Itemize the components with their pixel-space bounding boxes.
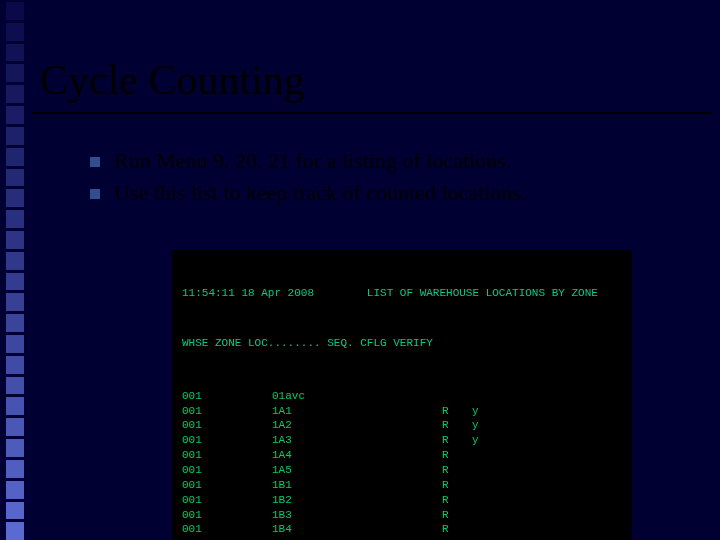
cell-cflg: R (442, 433, 472, 448)
cell-loc: 1B3 (272, 508, 402, 523)
cell-cflg: R (442, 418, 472, 433)
cell-seq (402, 463, 442, 478)
list-item: Run Menu 9. 20. 21 for a listing of loca… (90, 148, 720, 174)
table-row: 0011B2R (182, 493, 622, 508)
table-row: 0011A3Ry (182, 433, 622, 448)
cell-zone (222, 508, 272, 523)
cell-cflg: R (442, 448, 472, 463)
cell-whse: 001 (182, 389, 222, 404)
decor-square (6, 148, 24, 166)
cell-whse: 001 (182, 463, 222, 478)
list-item: Use this list to keep track of counted l… (90, 180, 720, 206)
terminal-header: 11:54:11 18 Apr 2008 LIST OF WAREHOUSE L… (182, 286, 622, 301)
decor-square (6, 460, 24, 478)
cell-zone (222, 478, 272, 493)
decor-square (6, 231, 24, 249)
terminal-timestamp: 11:54:11 18 Apr 2008 (182, 287, 314, 299)
cell-zone (222, 418, 272, 433)
decorative-sidebar (0, 0, 30, 540)
bullet-text: Use this list to keep track of counted l… (114, 180, 526, 206)
decor-square (6, 293, 24, 311)
cell-cflg: R (442, 493, 472, 508)
decor-square (6, 64, 24, 82)
bullet-square-icon (90, 189, 100, 199)
title-underline (32, 112, 712, 114)
cell-loc: 1A3 (272, 433, 402, 448)
cell-loc: 1A1 (272, 404, 402, 419)
cell-loc: 01avc (272, 389, 402, 404)
table-row: 00101avc (182, 389, 622, 404)
terminal-screenshot: 11:54:11 18 Apr 2008 LIST OF WAREHOUSE L… (172, 250, 632, 540)
cell-loc: 1B2 (272, 493, 402, 508)
cell-verify (472, 463, 502, 478)
cell-whse: 001 (182, 418, 222, 433)
cell-verify (472, 478, 502, 493)
terminal-report-title: LIST OF WAREHOUSE LOCATIONS BY ZONE (367, 287, 598, 299)
table-row: 0011B3R (182, 508, 622, 523)
decor-square (6, 335, 24, 353)
bullet-list: Run Menu 9. 20. 21 for a listing of loca… (90, 148, 720, 206)
table-row: 0011B4R (182, 522, 622, 537)
cell-cflg: R (442, 478, 472, 493)
decor-square (6, 85, 24, 103)
decor-square (6, 356, 24, 374)
cell-whse: 001 (182, 404, 222, 419)
cell-cflg: R (442, 522, 472, 537)
cell-loc: 1A2 (272, 418, 402, 433)
cell-seq (402, 508, 442, 523)
decor-square (6, 502, 24, 520)
cell-whse: 001 (182, 478, 222, 493)
cell-verify (472, 493, 502, 508)
bullet-text: Run Menu 9. 20. 21 for a listing of loca… (114, 148, 511, 174)
cell-whse: 001 (182, 493, 222, 508)
cell-cflg: R (442, 463, 472, 478)
cell-zone (222, 463, 272, 478)
table-row: 0011B1R (182, 478, 622, 493)
cell-zone (222, 522, 272, 537)
cell-cflg: R (442, 508, 472, 523)
decor-square (6, 189, 24, 207)
decor-square (6, 481, 24, 499)
decor-square (6, 169, 24, 187)
table-row: 0011A2Ry (182, 418, 622, 433)
cell-cflg (442, 389, 472, 404)
decor-square (6, 377, 24, 395)
cell-cflg: R (442, 404, 472, 419)
decor-square (6, 314, 24, 332)
cell-seq (402, 522, 442, 537)
table-row: 0011A1Ry (182, 404, 622, 419)
decor-square (6, 23, 24, 41)
cell-zone (222, 433, 272, 448)
decor-square (6, 106, 24, 124)
cell-verify (472, 389, 502, 404)
cell-loc: 1B4 (272, 522, 402, 537)
cell-zone (222, 448, 272, 463)
cell-whse: 001 (182, 522, 222, 537)
slide-content: Cycle Counting Run Menu 9. 20. 21 for a … (32, 0, 720, 540)
terminal-rows: 00101avc0011A1Ry0011A2Ry0011A3Ry0011A4R0… (182, 389, 622, 540)
cell-loc: 1B1 (272, 478, 402, 493)
cell-seq (402, 448, 442, 463)
cell-loc: 1A4 (272, 448, 402, 463)
decor-square (6, 252, 24, 270)
cell-seq (402, 433, 442, 448)
decor-square (6, 127, 24, 145)
slide-title: Cycle Counting (40, 56, 720, 104)
cell-verify (472, 448, 502, 463)
cell-loc: 1A5 (272, 463, 402, 478)
cell-seq (402, 493, 442, 508)
decor-square (6, 2, 24, 20)
cell-whse: 001 (182, 508, 222, 523)
decor-square (6, 397, 24, 415)
cell-seq (402, 418, 442, 433)
cell-verify: y (472, 418, 502, 433)
cell-verify (472, 508, 502, 523)
decor-square (6, 418, 24, 436)
cell-verify: y (472, 433, 502, 448)
cell-zone (222, 389, 272, 404)
cell-whse: 001 (182, 448, 222, 463)
cell-seq (402, 404, 442, 419)
cell-seq (402, 389, 442, 404)
cell-verify: y (472, 404, 502, 419)
decor-square (6, 439, 24, 457)
